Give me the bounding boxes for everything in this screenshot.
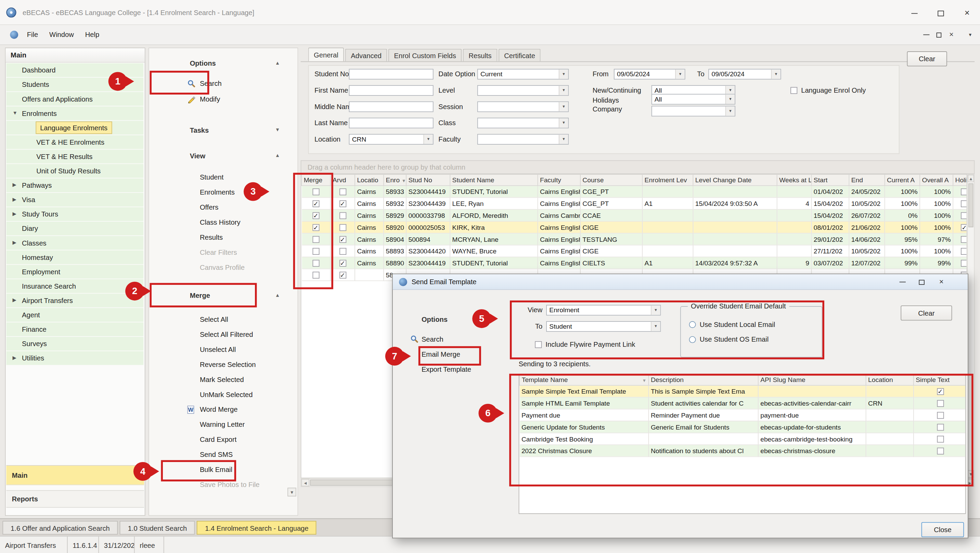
window-close-button[interactable]: ×	[958, 0, 977, 25]
holidays-company-dropdown-2[interactable]: ▼	[652, 106, 735, 116]
arvd-checkbox[interactable]	[339, 248, 346, 255]
column-header-locatio[interactable]: Locatio	[355, 175, 383, 185]
column-header-current-a[interactable]: Current A	[885, 175, 920, 185]
collapsed-arrow-icon[interactable]: ▶	[13, 193, 16, 207]
section-header-options[interactable]: Options▲	[149, 56, 298, 70]
arvd-checkbox[interactable]: ✓	[339, 200, 346, 207]
result-row-58932[interactable]: ✓✓Cairns58932S230044439LEE, RyanCairns E…	[301, 197, 967, 209]
column-header-enro[interactable]: Enro▼	[383, 175, 406, 185]
collapse-arrow-icon[interactable]: ▲	[275, 56, 280, 70]
session-dropdown[interactable]: ▼	[477, 102, 569, 112]
column-header-start[interactable]: Start	[811, 175, 849, 185]
sidebar-item-vet-he-enrolments[interactable]: VET & HE Enrolments	[6, 135, 143, 149]
arvd-checkbox[interactable]	[339, 224, 346, 231]
mdi-close-button[interactable]: ×	[946, 25, 957, 44]
menu-help[interactable]: Help	[80, 25, 105, 44]
holiday-checkbox[interactable]	[961, 188, 967, 195]
chevron-down-icon[interactable]: ▼	[559, 118, 568, 127]
task-item-mark-selected[interactable]: Mark Selected	[149, 372, 298, 387]
task-item-offers[interactable]: Offers	[149, 200, 298, 215]
task-item-results[interactable]: Results	[149, 230, 298, 245]
arvd-checkbox[interactable]: ✓	[339, 259, 346, 266]
result-row-58929[interactable]: ✓Cairns589290000033798ALFORD, MeredithCa…	[301, 209, 967, 221]
chevron-down-icon[interactable]: ▼	[771, 70, 780, 79]
sidebar-item-homestay[interactable]: Homestay	[6, 250, 143, 264]
sidebar-item-language-enrolments[interactable]: Language Enrolments	[6, 121, 143, 134]
column-header-student-name[interactable]: Student Name	[450, 175, 538, 185]
sidebar-item-study-tours[interactable]: ▶Study Tours	[6, 207, 143, 221]
clear-filters-button[interactable]: Clear	[907, 51, 947, 66]
sidebar-item-employment[interactable]: Employment	[6, 265, 143, 278]
class-dropdown[interactable]: ▼	[477, 118, 569, 128]
nav-button-main[interactable]: Main	[6, 465, 144, 485]
sidebar-item-offers-and-applications[interactable]: Offers and Applications	[6, 92, 143, 106]
tab-general[interactable]: General	[308, 48, 344, 61]
holiday-checkbox[interactable]	[961, 259, 967, 266]
sidebar-item-pathways[interactable]: ▶Pathways	[6, 178, 143, 192]
section-header-view[interactable]: View▲	[149, 149, 298, 163]
task-item-card-export[interactable]: Card Export	[149, 432, 298, 447]
holidays-company-dropdown[interactable]: All▼	[652, 94, 735, 105]
arvd-checkbox[interactable]	[339, 188, 346, 195]
column-header-arvd[interactable]: Arvd	[331, 175, 355, 185]
column-header-stud-no[interactable]: Stud No	[406, 175, 450, 185]
tab-enrol-custom-fields[interactable]: Enrol Custom Fields	[388, 49, 461, 62]
dialog-clear-button[interactable]: Clear	[900, 305, 952, 321]
task-item-class-history[interactable]: Class History	[149, 215, 298, 230]
task-item-unselect-all[interactable]: Unselect All	[149, 342, 298, 357]
sidebar-item-classes[interactable]: ▶Classes	[6, 236, 143, 249]
mdi-minimize-button[interactable]	[921, 25, 932, 44]
chevron-down-icon[interactable]: ▼	[559, 135, 568, 144]
bottom-tab-1-0-student-search[interactable]: 1.0 Student Search	[120, 521, 195, 534]
task-item-unmark-selected[interactable]: UnMark Selected	[149, 388, 298, 402]
scroll-left-icon[interactable]: ◄	[301, 479, 309, 486]
mdi-restore-button[interactable]	[933, 25, 944, 44]
sidebar-item-unit-of-study-results[interactable]: Unit of Study Results	[6, 164, 143, 178]
sidebar-item-enrolments[interactable]: ▼Enrolments	[6, 106, 143, 120]
holiday-checkbox[interactable]	[961, 236, 967, 243]
date_option-dropdown[interactable]: Current▼	[477, 69, 569, 79]
result-row-58933[interactable]: Cairns58933S230044419STUDENT, TutorialCa…	[301, 185, 967, 197]
from-date-dropdown[interactable]: 09/05/2024▼	[614, 69, 686, 79]
arvd-checkbox[interactable]: ✓	[339, 272, 346, 278]
sidebar-item-airport-transfers[interactable]: ▶Airport Transfers	[6, 294, 143, 307]
sidebar-item-visa[interactable]: ▶Visa	[6, 193, 143, 207]
sidebar-item-surveys[interactable]: Surveys	[6, 337, 143, 351]
tab-certificate[interactable]: Certificate	[498, 49, 541, 62]
chevron-down-icon[interactable]: ▼	[965, 25, 976, 44]
chevron-down-icon[interactable]: ▼	[559, 70, 568, 79]
expand-arrow-icon[interactable]: ▼	[275, 124, 280, 137]
task-item-select-all-filtered[interactable]: Select All Filtered	[149, 327, 298, 342]
middle_name-input[interactable]	[349, 102, 434, 112]
group-by-bar[interactable]: Drag a column header here to group by th…	[301, 160, 975, 174]
arvd-checkbox[interactable]: ✓	[339, 236, 346, 243]
column-header-holiday[interactable]: Holiday	[953, 175, 967, 185]
bottom-tab-1-6-offer-and-application-search[interactable]: 1.6 Offer and Application Search	[2, 521, 118, 534]
result-row-58920[interactable]: ✓Cairns589200000025053KIRK, KitraCairns …	[301, 221, 967, 233]
chevron-down-icon[interactable]: ▼	[559, 86, 568, 95]
dialog-minimize-button[interactable]	[894, 274, 911, 290]
task-item-enrolments[interactable]: Enrolments	[149, 185, 298, 200]
faculty-dropdown[interactable]: ▼	[477, 134, 569, 145]
chevron-down-icon[interactable]: ▼	[725, 106, 735, 116]
sidebar-item-insurance-search[interactable]: Insurance Search	[6, 279, 143, 293]
holiday-checkbox[interactable]	[961, 248, 967, 255]
window-minimize-button[interactable]	[905, 0, 924, 25]
column-header-course[interactable]: Course	[580, 175, 642, 185]
holiday-checkbox[interactable]: ✓	[961, 224, 967, 231]
task-item-warning-letter[interactable]: Warning Letter	[149, 418, 298, 432]
sidebar-item-finance[interactable]: Finance	[6, 323, 143, 336]
chevron-down-icon[interactable]: ▼	[725, 94, 735, 103]
dialog-maximize-button[interactable]	[913, 274, 930, 290]
collapse-arrow-icon[interactable]: ▲	[275, 149, 280, 163]
holiday-checkbox[interactable]	[961, 200, 967, 207]
sidebar-item-agent[interactable]: Agent	[6, 308, 143, 322]
level-dropdown[interactable]: ▼	[477, 85, 569, 96]
result-row-58904[interactable]: ✓Cairns58904500894MCRYAN, LaneCairns Eng…	[301, 233, 967, 245]
section-header-tasks[interactable]: Tasks▼	[149, 124, 298, 137]
collapsed-arrow-icon[interactable]: ▶	[13, 351, 16, 365]
scroll-up-icon[interactable]: ▲	[968, 175, 974, 182]
scrollbar-thumb[interactable]	[968, 183, 974, 227]
collapsed-arrow-icon[interactable]: ▶	[13, 236, 16, 249]
chevron-down-icon[interactable]: ▼	[559, 102, 568, 111]
